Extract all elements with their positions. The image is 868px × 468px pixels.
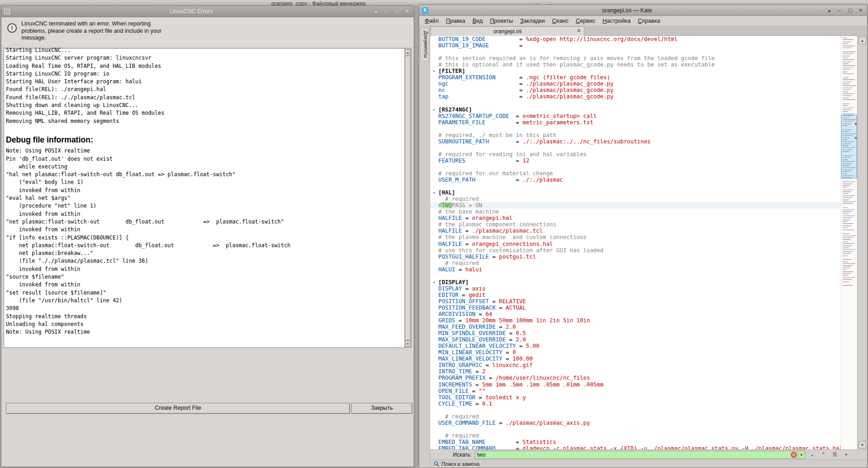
editor-line: # required: [430, 260, 841, 266]
kate-body: Документы orangepi.ini ✕ BUTTON_19_CODE …: [419, 26, 867, 468]
menu-item-1[interactable]: Правка: [442, 17, 469, 25]
info-icon: !: [7, 23, 17, 33]
log-line: 3098: [6, 305, 403, 312]
close-button[interactable]: Закрыть: [351, 403, 412, 414]
editor-line: DEFAULT_LINEAR_VELOCITY = 5.00: [430, 343, 841, 349]
menu-item-7[interactable]: Настройка: [599, 17, 635, 25]
log-line: "net plasmac:float-switch-out db_float.o…: [6, 218, 403, 226]
create-report-file-button[interactable]: Create Report File: [6, 403, 350, 414]
log-line: Pin 'db_float.out' does not exist: [6, 155, 403, 163]
editor-line: [430, 49, 841, 55]
editor-line: MAX_SPINDLE_OVERRIDE = 2.0: [430, 336, 841, 343]
editor-line: POSITION_FEEDBACK = ACTUAL: [430, 305, 841, 311]
log-line: Starting LinuxCNC IO program: io: [6, 70, 403, 78]
editor-line: RS274NGC_STARTUP_CODE = o<metric_startup…: [430, 113, 841, 119]
editor-line: INCREMENTS = 5mm 1mm .5mm .1mm .05mm .01…: [430, 382, 841, 388]
editor-lines[interactable]: BUTTON_19_CODE = %xdg-open http://linuxc…: [430, 36, 841, 449]
fold-arrow-icon[interactable]: ▾: [431, 279, 437, 285]
log-line: "eval hal net $args": [6, 194, 403, 202]
menu-item-3[interactable]: Проекты: [487, 17, 517, 25]
menu-item-5[interactable]: Сеанс: [548, 17, 572, 25]
kate-titlebar: K orangepi.ini — Kate ▴–▢✕: [419, 5, 867, 16]
fold-arrow-icon[interactable]: ▾: [431, 189, 437, 196]
window-control-icon[interactable]: –: [836, 5, 843, 15]
scroll-up-icon[interactable]: ▲: [858, 37, 866, 44]
editor-line: EMBED_TAB_NAME = Statistics: [430, 439, 841, 445]
window-control-icon[interactable]: ✕: [404, 6, 411, 16]
editor-line: MAX_LINEAR_VELOCITY = 100.00: [430, 356, 841, 362]
editor-scrollbar[interactable]: ▲ ▼: [857, 36, 867, 449]
menu-item-0[interactable]: Файл: [421, 17, 442, 25]
log-line: Starting HAL User Interface program: hal…: [6, 78, 403, 86]
tab-close-icon[interactable]: ✕: [577, 28, 581, 33]
editor-line: USER_COMMAND_FILE = ./plasmac/plasmac_ax…: [430, 420, 841, 426]
window-control-icon[interactable]: –: [383, 6, 390, 16]
find-next-button[interactable]: ⌄: [808, 450, 817, 459]
errors-titlebar: LinuxCNC Errors ▴–▢✕: [1, 6, 414, 17]
desktop: orangepi_copy - Файловый менеджер ▴–▢✕ L…: [0, 0, 868, 468]
search-history-dropdown-icon[interactable]: ▾: [798, 451, 805, 458]
switch-to-power-search-button[interactable]: +: [842, 450, 851, 459]
search-replace-toolview-button[interactable]: Поиск и замена: [442, 461, 479, 467]
error-log-area[interactable]: Starting LinuxCNC...Starting LinuxCNC se…: [4, 48, 411, 348]
log-line: Starting LinuxCNC server program: linuxc…: [6, 54, 403, 62]
editor-line: tap = ./plasmac/plasmac_gcode.py: [430, 93, 841, 100]
error-log-scrollbar[interactable]: ▲ ▼: [404, 49, 411, 347]
log-line: "set result [source $filename]": [6, 289, 403, 297]
menu-item-6[interactable]: Сервис: [572, 17, 599, 25]
window-control-icon[interactable]: ✕: [857, 5, 864, 15]
scroll-up-icon[interactable]: ▲: [405, 49, 411, 56]
window-control-icon[interactable]: ▴: [372, 6, 380, 16]
log-line: Starting LinuxCNC...: [6, 46, 403, 54]
error-info-text: LinuxCNC terminated with an error. When …: [21, 20, 409, 42]
error-log-text[interactable]: Starting LinuxCNC...Starting LinuxCNC se…: [6, 46, 403, 347]
kate-window: K orangepi.ini — Kate ▴–▢✕ ФайлПравкаВид…: [419, 5, 868, 468]
tab-orangepi-ini[interactable]: orangepi.ini ✕: [431, 26, 584, 36]
log-line: invoked from within: [6, 281, 403, 289]
find-previous-button[interactable]: ⌃: [819, 450, 828, 459]
editor-line: [430, 164, 841, 170]
errors-window-title: LinuxCNC Errors: [13, 8, 370, 15]
editor-line: # this section required as is for removi…: [430, 55, 841, 61]
scroll-down-icon[interactable]: ▼: [858, 441, 866, 448]
tab-label: orangepi.ini: [493, 28, 522, 35]
clear-search-icon[interactable]: ✕: [791, 452, 797, 458]
editor-line: HALFILE = orangepi.hal: [430, 215, 841, 221]
log-line: Removing NML shared memory segments: [6, 117, 403, 125]
fold-arrow-icon[interactable]: ▾: [431, 68, 437, 74]
linuxcnc-errors-window: LinuxCNC Errors ▴–▢✕ ! LinuxCNC terminat…: [1, 5, 414, 467]
editor-row: BUTTON_19_CODE = %xdg-open http://linuxc…: [430, 36, 867, 449]
log-line: Removing HAL_LIB, RTAPI, and Real Time O…: [6, 109, 403, 117]
fold-arrow-icon[interactable]: ▾: [431, 107, 437, 113]
editor-line: # the plasmac component connections: [430, 221, 841, 228]
kate-window-title: orangepi.ini — Kate: [431, 7, 823, 14]
minimap-viewport[interactable]: [841, 115, 857, 179]
log-line: ("eval" body line 1): [6, 178, 403, 186]
search-options-button[interactable]: ☰: [831, 450, 839, 459]
editor-line: GRIDS = 10mm 20mm 50mm 100mm 1in 2in 5in…: [430, 317, 841, 324]
menu-item-8[interactable]: Справка: [634, 17, 664, 25]
window-control-icon[interactable]: ▴: [826, 5, 833, 15]
scrollbar-thumb[interactable]: [405, 56, 411, 340]
menu-item-2[interactable]: Вид: [469, 17, 487, 25]
window-control-icon[interactable]: ▢: [847, 5, 854, 15]
search-field: ✕ ▾: [475, 451, 805, 459]
log-line: invoked from within: [6, 187, 403, 194]
window-control-icon[interactable]: ▢: [393, 6, 401, 16]
editor-line: # the base machine: [430, 209, 841, 215]
search-input[interactable]: [475, 452, 791, 458]
log-line: while executing: [6, 163, 403, 171]
log-line: invoked from within: [6, 210, 403, 218]
errors-window-controls: ▴–▢✕: [372, 6, 411, 16]
editor-line: nc = ./plasmac/plasmac_gcode.py: [430, 87, 841, 93]
editor-line: MIN_LINEAR_VELOCITY = 0: [430, 349, 841, 356]
editor-line: # required for reading ini and hal varia…: [430, 151, 841, 158]
log-line: "hal net plasmac:float-switch-out db_flo…: [6, 171, 403, 178]
minimap-scrollbar[interactable]: [841, 36, 857, 449]
editor-line: [430, 426, 841, 432]
log-line: net plasmac:breakaw...": [6, 249, 403, 257]
menu-item-4[interactable]: Закладки: [517, 17, 548, 25]
scroll-down-icon[interactable]: ▼: [405, 341, 411, 347]
editor-line: EDITOR = gedit: [430, 292, 841, 298]
documents-sidebar-tab[interactable]: Документы: [420, 27, 429, 61]
